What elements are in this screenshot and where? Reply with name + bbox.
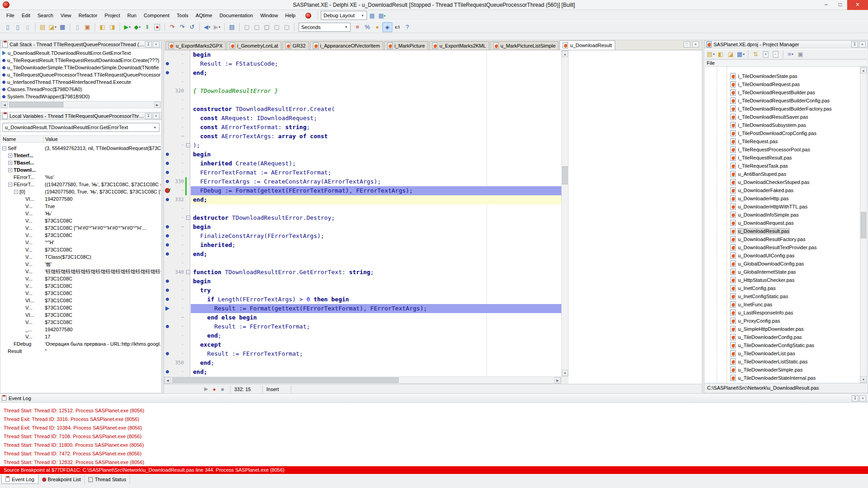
view-toggle-2-icon[interactable]: ▢ bbox=[252, 22, 262, 32]
set-debug-desktop-icon[interactable]: ▦▸ bbox=[377, 10, 387, 20]
pm-add-existing-icon[interactable]: ◧ bbox=[716, 49, 726, 59]
variable-row[interactable]: −[0](1942077580, True, 'Њ', $73C1C08C, $… bbox=[1, 188, 161, 195]
menu-file[interactable]: File bbox=[3, 11, 18, 20]
gutter-line[interactable]: · bbox=[164, 232, 190, 241]
project-file-item[interactable]: i_TileDownloaderState.pas bbox=[705, 72, 860, 80]
code-line[interactable] bbox=[191, 204, 561, 213]
menu-refactor[interactable]: Refactor bbox=[75, 11, 101, 20]
project-file-item[interactable]: u_GlobalDownloadConfig.pas bbox=[705, 260, 860, 268]
expander-icon[interactable]: − bbox=[8, 183, 12, 187]
pm-views-icon[interactable]: ▦▾ bbox=[736, 49, 746, 59]
variable-row[interactable]: V...$73C1C08C bbox=[1, 290, 161, 297]
variable-row[interactable]: −FErrorT...((1942077580, True, 'Њ', $73C… bbox=[1, 181, 161, 188]
breakpoint-log-entry[interactable]: Source Breakpoint at $77DFDA1C: C:\SASPl… bbox=[0, 466, 868, 474]
code-line[interactable]: end else begin bbox=[191, 313, 561, 322]
callstack-item[interactable]: u_TileDownloaderSimple.TTileDownloaderSi… bbox=[1, 64, 161, 71]
variable-row[interactable]: VI...$73C1C08C bbox=[1, 311, 161, 319]
project-file-item[interactable]: i_TileRequestTask.pas bbox=[705, 162, 860, 170]
new-unit-icon[interactable]: ▯ bbox=[3, 22, 13, 32]
code-line[interactable] bbox=[191, 77, 561, 87]
view-toggle-5-icon[interactable]: ▢ bbox=[282, 22, 292, 32]
scroll-right-icon[interactable]: ▶ bbox=[154, 101, 160, 108]
code-line[interactable]: inherited; bbox=[191, 241, 561, 250]
variable-row[interactable]: V...$73C1C08C bbox=[1, 232, 161, 239]
project-file-item[interactable]: u_DownloadUIConfig.pas bbox=[705, 251, 860, 260]
macro-record-icon[interactable]: ● bbox=[210, 387, 218, 392]
gutter-line[interactable]: · bbox=[164, 159, 190, 168]
code-line[interactable]: Result := FErrorTextFormat; bbox=[191, 349, 561, 358]
help-insight-icon[interactable]: ▤ bbox=[227, 22, 237, 32]
close-icon[interactable]: × bbox=[153, 113, 159, 119]
project-file-item[interactable]: u_DownloadResultTextProvider.pas bbox=[705, 243, 860, 251]
project-file-item[interactable]: u_ProxyConfig.pas bbox=[705, 317, 860, 325]
fold-icon[interactable]: − bbox=[186, 143, 190, 147]
trace-into-icon[interactable]: ↷ bbox=[167, 22, 177, 32]
callstack-item[interactable]: u_TileRequestResult.TTileRequestResultDo… bbox=[1, 57, 161, 64]
code-line[interactable]: constructor TDownloadResultError.Create( bbox=[191, 105, 561, 114]
variable-row[interactable]: FDebug'Операция была прервана - URL:http… bbox=[1, 340, 161, 348]
code-text[interactable]: begin Result := FStatusCode;end;{ TDownl… bbox=[191, 50, 561, 377]
variable-row[interactable]: V...'钰饳钰饳钰饳钰饳钰饳钰饳钰饳钰饳钰饳钰饳钰饳钰饳钰í... bbox=[1, 268, 161, 275]
gutter-line[interactable]: · bbox=[164, 286, 190, 295]
menu-view[interactable]: View bbox=[57, 11, 75, 20]
scroll-left-icon[interactable]: ◀ bbox=[1, 101, 8, 108]
pie-profile-icon[interactable]: ● bbox=[372, 22, 382, 32]
favorites-icon[interactable]: ♡ bbox=[684, 41, 690, 48]
project-file-item[interactable]: i_TileDownloadRequestBuilderConfig.pas bbox=[705, 97, 860, 105]
code-line[interactable]: begin bbox=[191, 150, 561, 159]
pin-icon[interactable]: ↧ bbox=[852, 395, 858, 401]
scroll-down-icon[interactable]: ▼ bbox=[562, 370, 568, 376]
pm-vscrollbar[interactable]: ▲ ▼ bbox=[860, 67, 867, 383]
project-file-item[interactable]: i_TileDownloadRequestBuilder.pas bbox=[705, 88, 860, 97]
gutter-line[interactable]: − bbox=[164, 313, 190, 322]
gutter-line[interactable]: − bbox=[164, 222, 190, 232]
gutter-line[interactable]: · bbox=[164, 59, 190, 68]
project-file-item[interactable]: u_DownloadRequest.pas bbox=[705, 219, 860, 227]
close-icon[interactable]: × bbox=[859, 41, 866, 48]
variable-row[interactable]: V...True bbox=[1, 203, 161, 210]
run-until-return-icon[interactable]: ↺ bbox=[187, 22, 197, 32]
variable-row[interactable]: V...'삠' bbox=[1, 261, 161, 268]
menu-component[interactable]: Component bbox=[140, 11, 173, 20]
gutter-line[interactable]: 332 bbox=[164, 195, 190, 204]
tab-u_DownloadResult[interactable]: u_DownloadResult bbox=[559, 40, 615, 50]
project-file-item[interactable]: u_TileDownloaderListStatic.pas bbox=[705, 358, 860, 366]
variable-row[interactable]: +TBaseI... bbox=[1, 159, 161, 166]
drive-c-icon[interactable]: c:\ bbox=[392, 22, 402, 32]
event-log-entry[interactable]: Thread Start: Thread ID: 12512. Process … bbox=[4, 406, 866, 415]
project-file-item[interactable]: u_DownloadResult.pas bbox=[705, 227, 860, 235]
code-line[interactable]: FDebug := Format(gettext(FErrorTextForma… bbox=[191, 186, 561, 195]
variable-row[interactable]: V...$73C1C08C bbox=[1, 319, 161, 326]
close-icon[interactable]: × bbox=[859, 395, 866, 401]
scroll-down-icon[interactable]: ▼ bbox=[860, 376, 867, 382]
code-line[interactable]: begin bbox=[191, 277, 561, 286]
code-line[interactable]: const ARequest: IDownloadRequest; bbox=[191, 114, 561, 123]
percent-run-icon[interactable]: % bbox=[362, 22, 372, 32]
event-log-entry[interactable]: Thread Start: Thread ID: 7108. Process S… bbox=[4, 432, 866, 441]
tab-i_AppearanceOfVectorItem[interactable]: i_AppearanceOfVectorItem bbox=[310, 41, 383, 50]
variable-row[interactable]: V...'°″H' bbox=[1, 239, 161, 246]
menu-run[interactable]: Run bbox=[124, 11, 140, 20]
menu-project[interactable]: Project bbox=[101, 11, 124, 20]
editor-gutter[interactable]: ····320····−·−···330✓·332··−−····340−···… bbox=[164, 50, 190, 377]
menu-aqtime[interactable]: AQtime bbox=[192, 11, 216, 20]
project-file-item[interactable]: u_InetFunc.pas bbox=[705, 300, 860, 309]
expander-icon[interactable]: − bbox=[14, 190, 18, 194]
save-desktop-icon[interactable]: ▦ bbox=[367, 10, 377, 20]
tab-u_ExportMarks2GPX[interactable]: u_ExportMarks2GPX bbox=[165, 41, 226, 50]
code-line[interactable]: function TDownloadResultError.GetErrorTe… bbox=[191, 268, 561, 277]
project-file-item[interactable]: u_DownloaderHttpWithTTL.pas bbox=[705, 203, 860, 211]
gutter-line[interactable]: 320 bbox=[164, 87, 190, 96]
close-tab-icon[interactable]: × bbox=[692, 41, 699, 48]
tab-breakpoint-list[interactable]: Breakpoint List bbox=[39, 475, 85, 484]
code-line[interactable]: end; bbox=[191, 250, 561, 259]
menu-help[interactable]: Help bbox=[282, 11, 299, 20]
project-file-item[interactable]: u_TileDownloaderConfigStatic.pas bbox=[705, 341, 860, 349]
scroll-up-icon[interactable]: ▲ bbox=[562, 51, 568, 57]
variable-row[interactable]: V...$73C1C08C bbox=[1, 217, 161, 224]
browse-forward-icon[interactable]: ▶▾ bbox=[212, 22, 222, 32]
variable-row[interactable]: V...17 bbox=[1, 333, 161, 340]
add-to-project-icon[interactable]: ◧ bbox=[97, 22, 107, 32]
project-file-item[interactable]: u_InetConfig.pas bbox=[705, 284, 860, 292]
project-file-item[interactable]: i_TileDownloadResultSaver.pas bbox=[705, 113, 860, 121]
